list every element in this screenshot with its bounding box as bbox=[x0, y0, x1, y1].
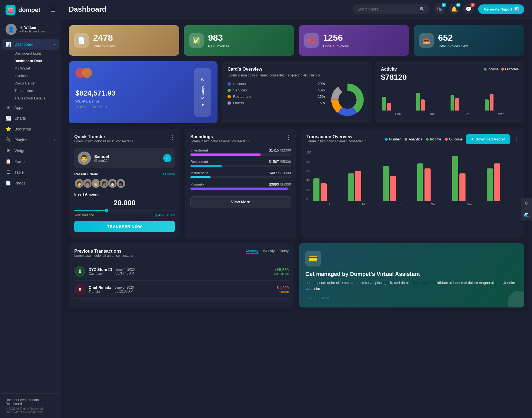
tx-bar-tue-income bbox=[383, 166, 389, 201]
activity-bar-labels: Sun Mon Tue Wed bbox=[381, 112, 519, 116]
prev-section: Previous Transactions Lorem ipsum dolor … bbox=[69, 243, 524, 307]
legend-list: Account 20% Services 40% Restaurant 15% bbox=[227, 82, 325, 118]
sub-dashboard-dark[interactable]: Dashboard Dark bbox=[14, 57, 61, 65]
sidebar-item-widget[interactable]: ⚙ Widget bbox=[0, 145, 61, 156]
wallet-main: $824,571.93 Wallet Balance +0.8% than la… bbox=[75, 68, 190, 117]
tx-time-val-1: 05:34:45 AM bbox=[116, 271, 135, 275]
sub-cards-center[interactable]: Cards Center bbox=[14, 80, 61, 87]
sub-transaction-details[interactable]: Transaction Details bbox=[14, 94, 61, 102]
activity-legend: Income Outcome bbox=[484, 67, 519, 71]
bar-mon-outcome bbox=[421, 99, 425, 111]
view-more-button[interactable]: View More bbox=[190, 196, 291, 207]
sidebar: 👛 dompet ☰ 👤 Hi, William william@gmail.c… bbox=[0, 0, 61, 418]
sidebar-item-apps[interactable]: ⊞ Apps › bbox=[0, 102, 61, 113]
sidebar-item-charts[interactable]: 📈 Charts › bbox=[0, 113, 61, 124]
check-icon: ✓ bbox=[163, 154, 172, 162]
legend-item-restaurant: Restaurant 15% bbox=[227, 94, 325, 99]
search-box[interactable]: 🔍 bbox=[352, 4, 430, 14]
sidebar-item-bootstrap[interactable]: ⭐ Bootstrap › bbox=[0, 124, 61, 134]
wallet-card: $824,571.93 Wallet Balance +0.8% than la… bbox=[69, 61, 218, 123]
card-overview-desc: Lorem ipsum dolor sit amet, consectetur … bbox=[227, 73, 365, 77]
bell-button[interactable]: 🔔 12 bbox=[449, 4, 459, 14]
tx-bar-fri-outcome bbox=[494, 163, 500, 201]
sidebar-item-forms[interactable]: 📋 Forms › bbox=[0, 156, 61, 167]
tx-time-val-2: 08:12:00 AM bbox=[115, 289, 134, 293]
sidebar-item-pages[interactable]: 📄 Pages › bbox=[0, 178, 61, 188]
sidebar-footer: Dompet Payment Admin Dashboard © 2021 Al… bbox=[0, 393, 61, 418]
prev-title: Previous Transactions bbox=[74, 249, 133, 254]
wallet-changer[interactable]: ↻ Change ▾ bbox=[194, 68, 211, 117]
y-0: 0 bbox=[306, 198, 311, 201]
bootstrap-icon: ⭐ bbox=[6, 126, 11, 132]
spending-item-property: Property $3890 /$4000 bbox=[190, 182, 291, 190]
unpaid-invoices-label: Unpaid Invoices bbox=[323, 44, 349, 48]
dots-menu-tx[interactable]: ⋮ bbox=[514, 136, 519, 142]
wallet-change: +0.8% than last week bbox=[75, 105, 190, 109]
legend-label-account: Account bbox=[233, 82, 315, 86]
sidebar-label-charts: Charts bbox=[14, 116, 51, 120]
transfer-now-button[interactable]: TRANSFER NOW bbox=[74, 221, 175, 232]
tx-bar-mon-outcome bbox=[355, 171, 361, 201]
tx-bar-thu-outcome bbox=[459, 173, 466, 201]
tx-legend-number: Number bbox=[385, 137, 401, 141]
chevron-right-icon6: › bbox=[54, 170, 55, 174]
tx-bar-labels: Sun Mon Tue Wed Thu Fri bbox=[313, 202, 519, 206]
sub-my-wallet[interactable]: My Wallet bbox=[14, 65, 61, 72]
paid-icon: ✅ bbox=[189, 33, 204, 48]
charts-icon: 📈 bbox=[6, 116, 11, 121]
chevron-right-icon3: › bbox=[54, 127, 55, 131]
see-more-link[interactable]: See More bbox=[160, 172, 175, 176]
stat-info-sent: 652 Total Invoices Sent bbox=[438, 33, 468, 48]
legend-label-others: Others bbox=[233, 101, 315, 105]
tx-legend-outcome: Outcome bbox=[445, 137, 463, 141]
tx-type-2: Transfer bbox=[89, 290, 111, 294]
sub-dashboard-light[interactable]: Dashboard Light bbox=[14, 50, 61, 57]
sidebar-item-plugins[interactable]: 🔌 Plugins › bbox=[0, 134, 61, 145]
dots-menu-qt[interactable]: ⋮ bbox=[170, 134, 175, 140]
tab-weekly[interactable]: Weekly bbox=[263, 249, 275, 254]
transfer-user-handle: @sum224 bbox=[94, 159, 109, 163]
va-corner-decoration bbox=[508, 291, 524, 307]
tx-label-thu: Thu bbox=[466, 202, 472, 206]
download-report-button[interactable]: ⬇ Download Report bbox=[466, 134, 510, 144]
hamburger-icon[interactable]: ☰ bbox=[50, 7, 55, 13]
generate-report-button[interactable]: Generate Report 📊 bbox=[478, 4, 524, 14]
tx-amount-2: -$1,200 bbox=[276, 286, 289, 290]
tab-today[interactable]: Today bbox=[279, 249, 289, 254]
tx-name-2: Chef Renata bbox=[89, 285, 111, 290]
label-tue: Tue bbox=[464, 112, 469, 116]
sub-invoices[interactable]: Invoices bbox=[14, 72, 61, 80]
y-60: 60 bbox=[306, 170, 311, 173]
va-learn-more-link[interactable]: Learn more >> bbox=[305, 296, 518, 300]
sidebar-item-table[interactable]: ☰ Table › bbox=[0, 167, 61, 178]
brand-name: dompet bbox=[18, 6, 40, 14]
user-info: Hi, William william@gmail.com bbox=[19, 26, 45, 33]
chevron-down-icon2: ▾ bbox=[201, 102, 204, 108]
spendings-card: Spendings Lorem ipsum dolor sit amet, co… bbox=[185, 129, 296, 238]
y-40: 40 bbox=[306, 179, 311, 182]
message-button[interactable]: 💬 5 bbox=[463, 4, 474, 14]
sub-transaction[interactable]: Transaction bbox=[14, 87, 61, 94]
dots-menu-spendings[interactable]: ⋮ bbox=[286, 134, 291, 140]
search-input[interactable] bbox=[357, 7, 417, 11]
sidebar-item-dashboard[interactable]: 📊 Dashboard ▾ bbox=[2, 39, 59, 50]
tx-controls: Number Analytics Income bbox=[385, 134, 519, 144]
tx-icon-2: ⬆ bbox=[74, 284, 85, 295]
range-slider[interactable] bbox=[74, 210, 175, 211]
tx-bar-chart bbox=[313, 151, 519, 201]
legend-dot-restaurant bbox=[227, 95, 231, 98]
bag-button[interactable]: 🛍 2 bbox=[434, 4, 445, 14]
total-invoices-label: Total Invoices bbox=[93, 44, 115, 48]
tab-monthly[interactable]: Monthly bbox=[246, 249, 259, 254]
tx-date-val-2: June 5, 2020 bbox=[115, 286, 134, 289]
settings-button[interactable]: ⚙ bbox=[521, 198, 532, 209]
tx-bar-thu bbox=[452, 156, 484, 201]
tx-label-tue: Tue bbox=[397, 202, 402, 206]
slider-track bbox=[74, 210, 175, 211]
chevron-down-icon: ▾ bbox=[54, 42, 55, 46]
paid-invoices-number: 983 bbox=[208, 33, 229, 43]
activity-card: Activity Income Outcome $78120 bbox=[375, 61, 524, 123]
theme-button[interactable]: 🌊 bbox=[521, 209, 532, 220]
prev-desc: Lorem ipsum dolor sit amet, consectetur bbox=[74, 254, 133, 258]
activity-title: Activity bbox=[381, 67, 397, 72]
